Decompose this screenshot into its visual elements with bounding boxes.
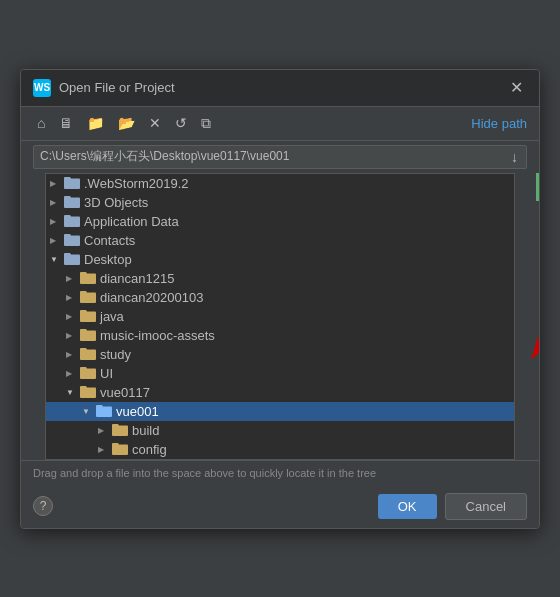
folder-icon bbox=[80, 271, 96, 285]
tree-item[interactable]: ▶ java bbox=[46, 307, 514, 326]
tree-arrow-icon: ▶ bbox=[98, 445, 112, 454]
home-button[interactable]: ⌂ bbox=[33, 113, 49, 133]
tree-item[interactable]: ▶ diancan20200103 bbox=[46, 288, 514, 307]
tree-item-label: study bbox=[100, 347, 131, 362]
tree-item[interactable]: ▶ Application Data bbox=[46, 212, 514, 231]
status-bar: Drag and drop a file into the space abov… bbox=[21, 460, 539, 485]
tree-item[interactable]: ▼ vue001 bbox=[46, 402, 514, 421]
folder-icon bbox=[80, 366, 96, 380]
webstorm-icon: WS bbox=[33, 79, 51, 97]
tree-item[interactable]: ▶ UI bbox=[46, 364, 514, 383]
folder-icon bbox=[64, 233, 80, 247]
tree-container: ▶ .WebStorm2019.2▶ 3D Objects▶ Applicati… bbox=[33, 173, 527, 460]
path-input[interactable] bbox=[40, 150, 509, 164]
button-row: ? OK Cancel bbox=[21, 485, 539, 528]
open-file-dialog: WS Open File or Project ✕ ⌂ 🖥 📁 📂 ✕ ↺ ⧉ … bbox=[20, 69, 540, 529]
tree-item[interactable]: ▼ vue0117 bbox=[46, 383, 514, 402]
folder-icon bbox=[96, 404, 112, 418]
tree-item[interactable]: ▶ Contacts bbox=[46, 231, 514, 250]
tree-arrow-icon: ▶ bbox=[66, 331, 80, 340]
tree-arrow-icon: ▶ bbox=[50, 179, 64, 188]
tree-item[interactable]: ▼ Desktop bbox=[46, 250, 514, 269]
tree-item-label: music-imooc-assets bbox=[100, 328, 215, 343]
folder-icon bbox=[112, 442, 128, 456]
toolbar-buttons: ⌂ 🖥 📁 📂 ✕ ↺ ⧉ bbox=[33, 113, 215, 134]
copy-button[interactable]: ⧉ bbox=[197, 113, 215, 134]
folder-icon bbox=[64, 176, 80, 190]
ok-button[interactable]: OK bbox=[378, 494, 437, 519]
dialog-title: Open File or Project bbox=[59, 80, 175, 95]
clear-button[interactable]: ✕ bbox=[145, 113, 165, 133]
tree-arrow-icon: ▶ bbox=[66, 274, 80, 283]
folder-icon bbox=[64, 214, 80, 228]
tree-item[interactable]: ▶ diancan1215 bbox=[46, 269, 514, 288]
path-bar: ↓ bbox=[33, 145, 527, 169]
title-bar-left: WS Open File or Project bbox=[33, 79, 175, 97]
tree-item[interactable]: ▶ study bbox=[46, 345, 514, 364]
tree-item-label: diancan1215 bbox=[100, 271, 174, 286]
refresh-button[interactable]: ↺ bbox=[171, 113, 191, 133]
folder-icon bbox=[64, 195, 80, 209]
tree-arrow-icon: ▶ bbox=[50, 198, 64, 207]
folder-icon bbox=[112, 423, 128, 437]
tree-item[interactable]: ▶ 3D Objects bbox=[46, 193, 514, 212]
tree-arrow-icon: ▶ bbox=[50, 236, 64, 245]
folder-icon bbox=[80, 385, 96, 399]
tree-arrow-icon: ▼ bbox=[50, 255, 64, 264]
path-download-button[interactable]: ↓ bbox=[509, 149, 520, 165]
tree-item-label: vue001 bbox=[116, 404, 159, 419]
tree-item-label: .WebStorm2019.2 bbox=[84, 176, 189, 191]
tree-item-label: build bbox=[132, 423, 159, 438]
tree-item-label: Contacts bbox=[84, 233, 135, 248]
folder-icon bbox=[80, 328, 96, 342]
tree-item-label: 3D Objects bbox=[84, 195, 148, 210]
tree-item[interactable]: ▶ build bbox=[46, 421, 514, 440]
status-text: Drag and drop a file into the space abov… bbox=[33, 467, 376, 479]
tree-arrow-icon: ▼ bbox=[66, 388, 80, 397]
tree-arrow-icon: ▶ bbox=[66, 369, 80, 378]
tree-item[interactable]: ▶ .WebStorm2019.2 bbox=[46, 174, 514, 193]
tree-item-label: Application Data bbox=[84, 214, 179, 229]
folder-icon bbox=[64, 252, 80, 266]
computer-button[interactable]: 🖥 bbox=[55, 113, 77, 133]
tree-item-label: config bbox=[132, 442, 167, 457]
help-button[interactable]: ? bbox=[33, 496, 53, 516]
title-bar: WS Open File or Project ✕ bbox=[21, 70, 539, 107]
tree-arrow-icon: ▶ bbox=[66, 312, 80, 321]
green-accent bbox=[536, 173, 540, 201]
tree-arrow-icon: ▶ bbox=[66, 293, 80, 302]
tree-arrow-icon: ▶ bbox=[98, 426, 112, 435]
folder2-button[interactable]: 📂 bbox=[114, 113, 139, 133]
tree-item-label: UI bbox=[100, 366, 113, 381]
tree-item-label: vue0117 bbox=[100, 385, 150, 400]
bottom-left: ? bbox=[33, 496, 370, 516]
folder-icon bbox=[80, 290, 96, 304]
folder-button[interactable]: 📁 bbox=[83, 113, 108, 133]
tree-item-label: Desktop bbox=[84, 252, 132, 267]
toolbar: ⌂ 🖥 📁 📂 ✕ ↺ ⧉ Hide path bbox=[21, 107, 539, 141]
folder-icon bbox=[80, 347, 96, 361]
tree-arrow-icon: ▶ bbox=[66, 350, 80, 359]
close-button[interactable]: ✕ bbox=[506, 78, 527, 98]
tree-item[interactable]: ▶ music-imooc-assets bbox=[46, 326, 514, 345]
cancel-button[interactable]: Cancel bbox=[445, 493, 527, 520]
hide-path-button[interactable]: Hide path bbox=[471, 116, 527, 131]
tree-arrow-icon: ▶ bbox=[50, 217, 64, 226]
tree-arrow-icon: ▼ bbox=[82, 407, 96, 416]
tree-item[interactable]: ▶ config bbox=[46, 440, 514, 459]
tree-item-label: java bbox=[100, 309, 124, 324]
folder-icon bbox=[80, 309, 96, 323]
file-tree[interactable]: ▶ .WebStorm2019.2▶ 3D Objects▶ Applicati… bbox=[45, 173, 515, 460]
tree-item-label: diancan20200103 bbox=[100, 290, 203, 305]
